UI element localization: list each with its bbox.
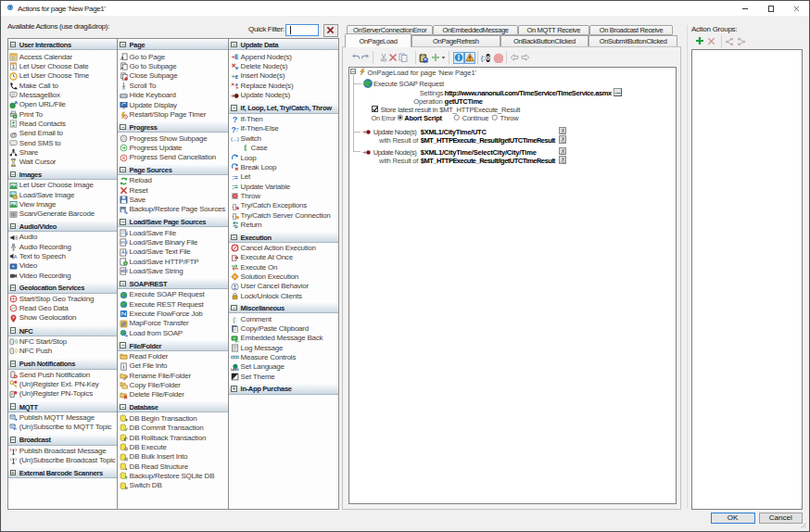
svg-text:X: X: [561, 137, 563, 142]
svg-text:LANG: LANG: [231, 368, 239, 372]
svg-text:e: e: [235, 82, 238, 87]
svg-text:X: X: [561, 149, 563, 154]
svg-text::=: :=: [232, 174, 237, 181]
svg-text:X: X: [561, 158, 563, 162]
svg-text:e: e: [235, 65, 239, 70]
svg-text:@: @: [9, 130, 17, 137]
svg-text:e: e: [234, 73, 238, 80]
svg-text:?: ?: [233, 115, 237, 123]
svg-text:ab: ab: [120, 269, 126, 273]
svg-text:(:: (:: [233, 316, 236, 323]
svg-text:(...): (...): [231, 136, 239, 142]
svg-text:?: ?: [235, 127, 239, 133]
svg-text:(:: (:: [481, 55, 485, 62]
svg-text:1: 1: [12, 64, 15, 70]
svg-text:01: 01: [120, 240, 125, 245]
svg-text:A: A: [14, 254, 18, 260]
svg-text:X: X: [561, 129, 563, 133]
svg-text::=: :=: [232, 184, 237, 190]
